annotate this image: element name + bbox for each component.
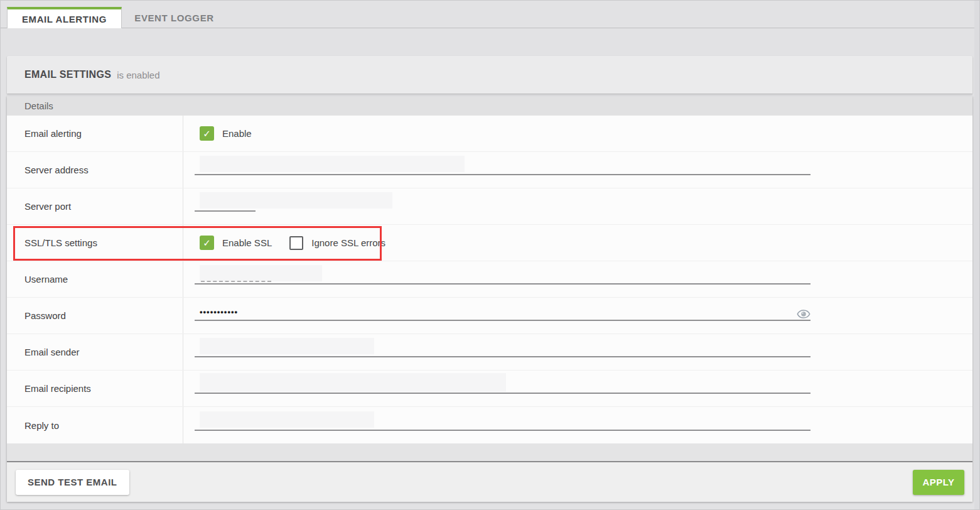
- row-reply-to: Reply to: [7, 407, 972, 443]
- enable-ssl-checkbox[interactable]: ✓: [200, 236, 214, 250]
- input-underline: [195, 356, 810, 357]
- email-alerting-label: Email alerting: [7, 116, 183, 151]
- input-underline: [195, 283, 810, 285]
- redacted-value: [200, 338, 374, 354]
- masked-password-value: •••••••••••: [200, 307, 238, 317]
- redacted-dashes: [201, 281, 271, 282]
- eye-icon[interactable]: [797, 309, 810, 319]
- enable-ssl-checkbox-label: Enable SSL: [222, 237, 272, 248]
- row-email-alerting: Email alerting ✓ Enable: [7, 116, 972, 152]
- input-underline: [195, 320, 810, 321]
- row-email-sender: Email sender: [7, 334, 972, 371]
- email-settings-banner: EMAIL SETTINGS is enabled: [7, 56, 972, 94]
- checkmark-icon: ✓: [203, 128, 211, 139]
- username-input[interactable]: [195, 261, 810, 297]
- banner-status: is enabled: [117, 70, 159, 80]
- server-address-input[interactable]: [195, 152, 810, 188]
- email-sender-input[interactable]: [195, 334, 810, 370]
- empty-strip: [7, 443, 972, 461]
- input-underline: [195, 430, 810, 431]
- email-recipients-input[interactable]: [195, 371, 810, 406]
- redacted-value: [200, 265, 322, 281]
- details-section-header: Details: [7, 96, 972, 116]
- redacted-value: [200, 156, 465, 172]
- email-recipients-label: Email recipients: [7, 371, 183, 406]
- password-label: Password: [7, 298, 183, 334]
- input-underline: [195, 174, 810, 175]
- row-password: Password •••••••••••: [7, 298, 972, 334]
- input-underline: [195, 210, 256, 212]
- banner-title: EMAIL SETTINGS: [24, 69, 111, 80]
- input-underline: [195, 393, 810, 394]
- redacted-value: [200, 411, 374, 428]
- server-address-label: Server address: [7, 152, 183, 188]
- username-label: Username: [7, 261, 183, 297]
- server-port-label: Server port: [7, 188, 183, 224]
- send-test-email-button[interactable]: SEND TEST EMAIL: [16, 470, 129, 495]
- ignore-ssl-errors-label: Ignore SSL errors: [311, 237, 385, 248]
- ignore-ssl-errors-checkbox[interactable]: [289, 236, 303, 250]
- row-ssl-tls-settings: SSL/TLS settings ✓ Enable SSL Ignore SSL…: [7, 225, 972, 261]
- footer-action-bar: SEND TEST EMAIL APPLY: [7, 461, 972, 502]
- details-card: Details Email alerting ✓ Enable Server a…: [7, 96, 972, 502]
- reply-to-input[interactable]: [195, 407, 810, 443]
- enable-checkbox-label: Enable: [222, 128, 252, 139]
- row-username: Username: [7, 261, 972, 298]
- details-header-label: Details: [24, 100, 53, 111]
- row-email-recipients: Email recipients: [7, 371, 972, 407]
- tab-email-alerting[interactable]: EMAIL ALERTING: [7, 7, 122, 28]
- server-port-input[interactable]: [195, 188, 810, 224]
- tab-event-logger[interactable]: EVENT LOGGER: [122, 7, 227, 28]
- redacted-value: [200, 192, 392, 209]
- ssl-tls-label: SSL/TLS settings: [7, 225, 183, 261]
- email-alerting-settings-page: EMAIL ALERTING EVENT LOGGER EMAIL SETTIN…: [0, 0, 980, 510]
- email-sender-label: Email sender: [7, 334, 183, 370]
- row-server-port: Server port: [7, 188, 972, 225]
- row-server-address: Server address: [7, 152, 972, 188]
- apply-button[interactable]: APPLY: [913, 470, 964, 495]
- redacted-value: [200, 373, 506, 392]
- tab-bar: EMAIL ALERTING EVENT LOGGER: [1, 1, 979, 28]
- reply-to-label: Reply to: [7, 407, 183, 443]
- checkmark-icon: ✓: [203, 237, 211, 249]
- enable-checkbox[interactable]: ✓: [200, 126, 214, 141]
- password-input[interactable]: •••••••••••: [195, 298, 810, 334]
